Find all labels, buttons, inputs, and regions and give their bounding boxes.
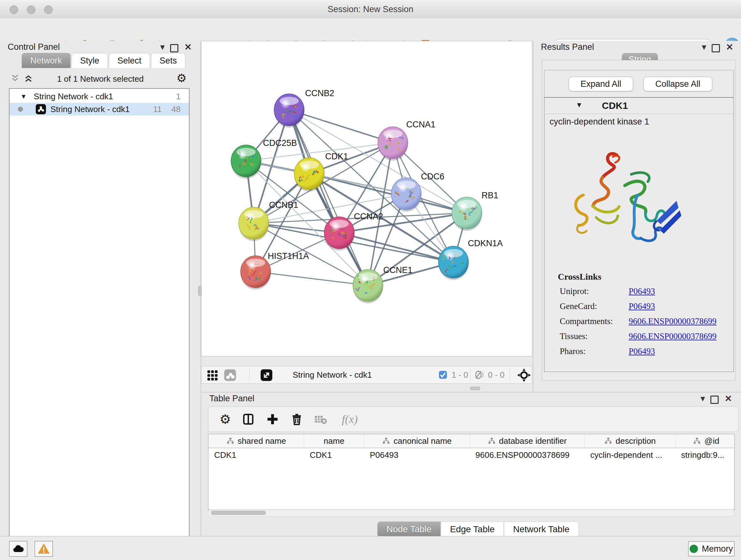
tab-network[interactable]: Network (22, 53, 71, 68)
crosslink-link[interactable]: 9606.ENSP00000378699 (629, 331, 717, 341)
tab-node-table[interactable]: Node Table (377, 521, 441, 537)
panel-collapse-icon[interactable]: ▼ (158, 43, 166, 52)
column-header-shared-name[interactable]: shared name (208, 434, 304, 448)
memory-label: Memory (702, 544, 733, 554)
network-view-toolbar: String Network - cdk1 1 - 0 0 - 0 (201, 366, 532, 384)
table-tabs: Node TableEdge TableNetwork Table (377, 521, 579, 537)
toolbar-separator (470, 368, 470, 381)
expand-all-button[interactable]: Expand All (569, 77, 633, 91)
collection-count: 1 (176, 91, 181, 102)
network-node-RB1[interactable]: RB1 (452, 191, 498, 231)
crosslink-link[interactable]: 9606.ENSP00000378699 (629, 316, 717, 326)
panel-float-icon[interactable] (711, 395, 719, 404)
panel-float-icon[interactable] (712, 44, 720, 52)
network-node-CCNA1[interactable]: CCNA1 (378, 120, 435, 161)
titlebar: Session: New Session (0, 0, 741, 19)
add-column-plus-icon[interactable] (265, 411, 280, 427)
panel-float-icon[interactable] (170, 44, 179, 52)
table-cell[interactable]: stringdb:9... (675, 448, 735, 462)
column-header--id[interactable]: @id (675, 434, 735, 448)
crosslink-row: Tissues: 9606.ENSP00000378699 (558, 331, 601, 347)
tab-style[interactable]: Style (71, 53, 108, 68)
birds-eye-crosshair-icon[interactable] (517, 368, 531, 384)
network-view[interactable]: CCNB2CCNA1CDC25BCDK1CDC6RB1CCNB1CCNA2CDK… (201, 41, 532, 356)
panel-close-icon[interactable]: ✕ (185, 42, 192, 52)
column-header-database-identifier[interactable]: database identifier (470, 434, 585, 448)
tab-select[interactable]: Select (109, 53, 150, 68)
network-selection-status: 1 of 1 Network selected (0, 74, 201, 84)
network-row[interactable]: String Network - cdk1 11 48 (10, 103, 189, 116)
hidden-eye-slash-icon[interactable] (474, 369, 485, 381)
network-node-CCNB1[interactable]: CCNB1 (239, 200, 298, 241)
grid-view-icon[interactable] (206, 369, 219, 383)
selected-checkbox-icon[interactable] (438, 370, 448, 381)
table-cell[interactable]: P06493 (364, 448, 470, 462)
protein-section: ▼ CDK1 cyclin-dependent kinase 1 (544, 98, 734, 372)
edge-count: 48 (172, 105, 181, 114)
crosslinks-section: CrossLinks Uniprot: P06493 GeneCard: P06… (558, 272, 601, 361)
table-row[interactable]: CDK1CDK1P064939606.ENSP00000378699cyclin… (208, 448, 735, 462)
function-builder-icon[interactable]: f(x) (335, 411, 364, 427)
gear-icon[interactable]: ⚙ (177, 71, 187, 85)
network-graph[interactable]: CCNB2CCNA1CDC25BCDK1CDC6RB1CCNB1CCNA2CDK… (201, 41, 532, 356)
tree-expand-icon[interactable]: ▼ (20, 93, 27, 100)
warnings-button[interactable] (35, 541, 53, 557)
column-header-canonical-name[interactable]: canonical name (364, 434, 470, 448)
toolbar-separator (249, 368, 250, 381)
delete-table-icon[interactable] (313, 411, 328, 427)
crosslink-link[interactable]: P06493 (629, 301, 655, 311)
panel-close-icon[interactable]: ✕ (725, 393, 732, 404)
crosslink-link[interactable]: P06493 (629, 347, 655, 356)
node-label-CCNB1: CCNB1 (269, 200, 298, 210)
crosslink-label: Tissues: (560, 331, 588, 341)
window-zoom-icon[interactable] (44, 5, 53, 14)
table-cell[interactable]: cyclin-dependent ... (585, 448, 676, 462)
hidden-count: 0 - 0 (488, 370, 504, 380)
table-settings-gear-icon[interactable]: ⚙ (217, 411, 233, 427)
horizontal-splitter-grip[interactable] (470, 387, 480, 390)
tab-network-table[interactable]: Network Table (504, 521, 579, 537)
column-header-description[interactable]: description (585, 434, 676, 448)
control-panel: Control Panel ▼ ✕ NetworkStyleSelectSets… (0, 41, 201, 537)
node-count: 11 (153, 105, 162, 114)
network-node-CCNE1[interactable]: CCNE1 (353, 265, 413, 303)
memory-button[interactable]: Memory (688, 541, 735, 557)
results-panel-title: Results Panel (541, 42, 594, 52)
collapse-all-button[interactable]: Collapse All (643, 77, 712, 91)
node-label-CDC25B: CDC25B (263, 138, 297, 148)
section-collapse-icon[interactable]: ▼ (576, 101, 583, 109)
panel-collapse-icon[interactable]: ▼ (700, 43, 708, 52)
tab-sets[interactable]: Sets (151, 53, 185, 68)
node-table[interactable]: shared namenamecanonical namedatabase id… (208, 434, 735, 510)
selected-count: 1 - 0 (452, 370, 468, 380)
table-cell[interactable]: 9606.ENSP00000378699 (470, 448, 585, 462)
tab-edge-table[interactable]: Edge Table (441, 521, 504, 537)
column-header-name[interactable]: name (304, 434, 364, 448)
string-network-icon (36, 104, 46, 114)
window-minimize-icon[interactable] (27, 5, 36, 14)
table-cell[interactable]: CDK1 (304, 448, 364, 462)
node-label-RB1: RB1 (482, 191, 498, 200)
crosslink-link[interactable]: P06493 (629, 287, 655, 296)
vertical-splitter-grip[interactable] (198, 286, 202, 296)
node-label-CCNA2: CCNA2 (354, 212, 383, 221)
panel-close-icon[interactable]: ✕ (726, 42, 733, 52)
protein-section-header[interactable]: ▼ CDK1 (544, 98, 733, 114)
node-label-HIST1H1A: HIST1H1A (268, 251, 309, 261)
network-node-HIST1H1A[interactable]: HIST1H1A (241, 251, 309, 290)
network-node-CDKN1A[interactable]: CDKN1A (439, 239, 503, 280)
delete-column-trash-icon[interactable] (289, 411, 305, 427)
window-close-icon[interactable] (10, 5, 18, 14)
horizontal-scrollbar[interactable] (208, 509, 735, 517)
window-title: Session: New Session (0, 0, 741, 18)
open-external-icon[interactable] (260, 369, 273, 383)
network-node-CDK1[interactable]: CDK1 (294, 152, 348, 192)
panel-collapse-icon[interactable]: ▼ (699, 394, 706, 403)
share-view-icon[interactable] (224, 369, 237, 383)
show-columns-icon[interactable] (240, 411, 256, 427)
table-cell[interactable]: CDK1 (208, 448, 304, 462)
cloud-button[interactable] (9, 541, 27, 557)
scrollbar-thumb[interactable] (211, 510, 266, 515)
network-collection-row[interactable]: ▼ String Network - cdk1 1 (10, 90, 189, 103)
crosslink-label: GeneCard: (560, 301, 597, 311)
